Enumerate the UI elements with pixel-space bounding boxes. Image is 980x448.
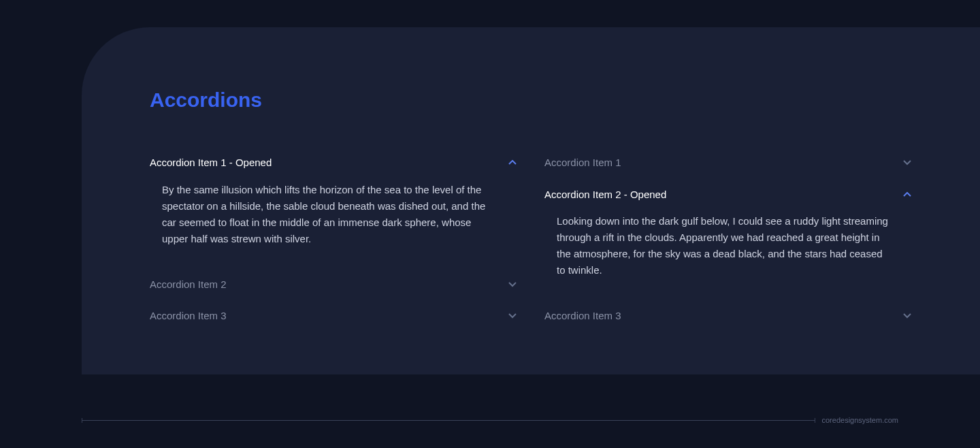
accordion-label: Accordion Item 3 [150, 308, 227, 324]
accordion-label: Accordion Item 1 - Opened [150, 155, 272, 171]
accordion-label: Accordion Item 3 [544, 308, 621, 324]
chevron-down-icon [508, 280, 517, 289]
chevron-down-icon [902, 311, 912, 321]
accordion-header-1[interactable]: Accordion Item 1 - Opened [150, 153, 517, 174]
section-heading: Accordions [150, 89, 912, 112]
accordion-column-2: Accordion Item 1 Accordion Item 2 - Open… [544, 153, 912, 338]
accordion-item-1: Accordion Item 1 - Opened By the same il… [150, 153, 517, 263]
footer-ruler-bar [82, 420, 815, 421]
accordion-item-2: Accordion Item 2 - Opened Looking down i… [544, 185, 912, 295]
accordion-body-2: Looking down into the dark gulf below, I… [544, 213, 912, 278]
footer-credit: coredesignsystem.com [822, 416, 899, 424]
accordion-header-1[interactable]: Accordion Item 1 [544, 153, 912, 174]
accordion-header-2[interactable]: Accordion Item 2 [150, 274, 517, 295]
accordion-label: Accordion Item 2 [150, 277, 227, 293]
accordion-showcase-card: Accordions Accordion Item 1 - Opened By … [82, 27, 980, 374]
accordion-body-1: By the same illusion which lifts the hor… [150, 182, 517, 247]
accordion-column-1: Accordion Item 1 - Opened By the same il… [150, 153, 517, 338]
accordion-header-3[interactable]: Accordion Item 3 [544, 306, 912, 327]
accordion-item-1: Accordion Item 1 [544, 153, 912, 174]
accordion-header-3[interactable]: Accordion Item 3 [150, 306, 517, 327]
chevron-down-icon [902, 158, 912, 167]
chevron-up-icon [902, 190, 912, 199]
accordion-header-2[interactable]: Accordion Item 2 - Opened [544, 185, 912, 206]
accordion-label: Accordion Item 1 [544, 155, 621, 171]
accordion-item-3: Accordion Item 3 [544, 306, 912, 327]
accordion-label: Accordion Item 2 - Opened [544, 187, 666, 203]
chevron-up-icon [508, 158, 517, 167]
accordion-columns: Accordion Item 1 - Opened By the same il… [150, 153, 912, 338]
footer-ruler: coredesignsystem.com [82, 416, 898, 424]
accordion-item-2: Accordion Item 2 [150, 274, 517, 295]
accordion-item-3: Accordion Item 3 [150, 306, 517, 327]
chevron-down-icon [508, 311, 517, 321]
